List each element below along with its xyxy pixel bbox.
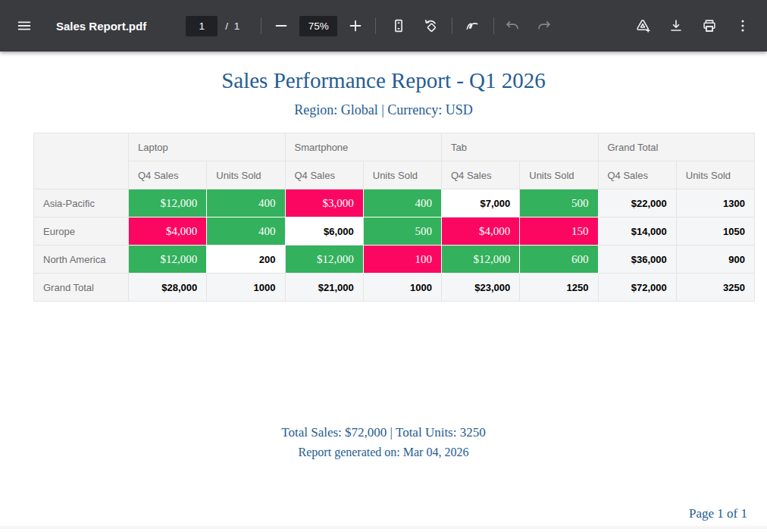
pen-squiggle-icon [464, 17, 481, 34]
more-options-button[interactable] [731, 14, 755, 38]
table-cell: 400 [207, 217, 285, 246]
table-cell: $7,000 [442, 189, 520, 217]
table-cell: 1250 [520, 274, 598, 302]
rotate-button[interactable] [418, 14, 443, 38]
table-row-grand-total: Grand Total$28,0001000$21,0001000$23,000… [34, 274, 755, 302]
zoom-out-button[interactable] [269, 14, 293, 38]
table-cell: $4,000 [129, 217, 207, 246]
totals-line: Total Sales: $72,000 | Total Units: 3250 [0, 425, 767, 440]
download-button[interactable] [664, 14, 688, 38]
table-cell: 400 [207, 189, 285, 217]
table-cell: $23,000 [442, 274, 520, 302]
add-annotation-button[interactable] [631, 14, 655, 38]
table-cell: $4,000 [442, 217, 520, 246]
table-cell: $12,000 [442, 246, 520, 274]
row-label: Asia-Pacific [34, 189, 129, 217]
table-cell: $21,000 [286, 274, 364, 302]
table-cell: 3250 [677, 274, 755, 302]
pdf-viewer-toolbar: Sales Report.pdf / 1 75% [0, 0, 767, 52]
group-header-laptop: Laptop [129, 133, 286, 161]
page-number-input[interactable] [186, 16, 218, 36]
zoom-in-button[interactable] [343, 14, 368, 38]
table-cell: $6,000 [286, 217, 364, 246]
menu-button[interactable] [12, 14, 36, 38]
table-cell: 150 [520, 217, 598, 246]
kebab-menu-icon [734, 17, 751, 34]
table-cell: 100 [364, 246, 442, 274]
toolbar-divider [493, 17, 494, 34]
table-cell: 200 [207, 246, 285, 274]
table-cell: 1050 [677, 217, 755, 246]
sub-header-tab-q4-sales: Q4 Sales [442, 161, 520, 189]
table-cell: $12,000 [129, 246, 207, 274]
print-icon [701, 17, 718, 34]
table-cell: $12,000 [129, 189, 207, 217]
corner-cell [34, 133, 129, 189]
redo-button[interactable] [532, 14, 556, 38]
table-cell: 900 [677, 246, 755, 274]
group-header-grand-total: Grand Total [599, 133, 756, 161]
sub-header-grand-total-units-sold: Units Sold [677, 161, 755, 189]
fit-page-button[interactable] [387, 14, 411, 38]
sales-table: LaptopSmartphoneTabGrand Total Q4 SalesU… [33, 133, 755, 302]
undo-icon [504, 17, 521, 34]
sub-header-row: Q4 SalesUnits SoldQ4 SalesUnits SoldQ4 S… [34, 161, 755, 189]
generated-line: Report generated on: Mar 04, 2026 [0, 446, 767, 459]
table-cell: 1300 [677, 189, 755, 217]
table-cell: $22,000 [599, 189, 677, 217]
sub-header-smartphone-units-sold: Units Sold [364, 161, 442, 189]
table-cell: $14,000 [599, 217, 677, 246]
sub-header-laptop-q4-sales: Q4 Sales [129, 161, 207, 189]
report-title: Sales Performance Report - Q1 2026 [0, 52, 767, 93]
report-subtitle: Region: Global | Currency: USD [0, 102, 767, 118]
table-row-north-america: North America$12,000200$12,000100$12,000… [34, 246, 755, 274]
page-count-label: / 1 [225, 20, 241, 32]
document-title: Sales Report.pdf [56, 20, 146, 33]
fit-page-icon [390, 17, 407, 34]
group-header-row: LaptopSmartphoneTabGrand Total [34, 133, 755, 161]
annotate-button[interactable] [460, 14, 484, 38]
toolbar-divider [261, 17, 261, 34]
group-header-tab: Tab [442, 133, 599, 161]
table-cell: 600 [520, 246, 598, 274]
group-header-smartphone: Smartphone [286, 133, 443, 161]
minus-icon [273, 17, 290, 34]
plus-icon [347, 17, 364, 34]
toolbar-divider [375, 17, 376, 34]
table-cell: 500 [520, 189, 598, 217]
sub-header-smartphone-q4-sales: Q4 Sales [286, 161, 364, 189]
pdf-page: Sales Performance Report - Q1 2026 Regio… [0, 52, 767, 529]
table-row-asia-pacific: Asia-Pacific$12,000400$3,000400$7,000500… [34, 189, 755, 217]
row-label: Grand Total [34, 274, 129, 302]
toolbar-divider [452, 17, 452, 34]
download-icon [668, 17, 684, 34]
page-footer: Page 1 of 1 [689, 506, 747, 521]
table-cell: $72,000 [599, 274, 677, 302]
table-row-europe: Europe$4,000400$6,000500$4,000150$14,000… [34, 217, 755, 246]
table-cell: 1000 [364, 274, 442, 302]
table-cell: $28,000 [129, 274, 207, 302]
rotate-counterclockwise-icon [422, 17, 439, 34]
table-cell: $36,000 [599, 246, 677, 274]
redo-icon [536, 17, 553, 34]
zoom-level-display: 75% [299, 16, 337, 36]
triangle-add-icon [634, 17, 651, 34]
table-cell: 400 [364, 189, 442, 217]
table-cell: 500 [364, 217, 442, 246]
row-label: Europe [34, 217, 129, 246]
sub-header-grand-total-q4-sales: Q4 Sales [599, 161, 677, 189]
hamburger-icon [16, 17, 33, 34]
sales-table-body: Asia-Pacific$12,000400$3,000400$7,000500… [34, 189, 755, 302]
sub-header-laptop-units-sold: Units Sold [207, 161, 285, 189]
print-button[interactable] [697, 14, 722, 38]
table-cell: 1000 [207, 274, 285, 302]
row-label: North America [34, 246, 129, 274]
table-cell: $12,000 [286, 246, 364, 274]
table-cell: $3,000 [286, 189, 364, 217]
undo-button[interactable] [500, 14, 524, 38]
page-edge [0, 526, 767, 529]
sub-header-tab-units-sold: Units Sold [520, 161, 598, 189]
